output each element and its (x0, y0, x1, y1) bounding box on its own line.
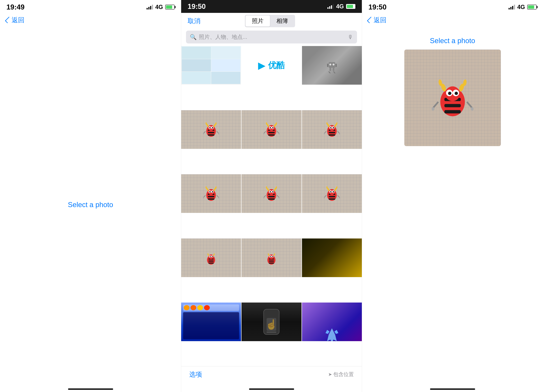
grid-cell-r3c1[interactable] (181, 174, 241, 213)
svg-rect-45 (329, 132, 335, 133)
segment-control[interactable]: 照片 相簿 (245, 15, 295, 27)
left-main-content: Select a photo (0, 27, 181, 382)
bee-r2c3 (302, 110, 362, 149)
svg-rect-6 (333, 68, 334, 71)
cancel-button[interactable]: 取消 (188, 17, 200, 25)
svg-line-7 (329, 71, 330, 73)
network-left: 4G (155, 4, 163, 11)
grid-cell-r2c2[interactable] (242, 110, 301, 149)
battery-left (165, 5, 175, 10)
bee-r3c3 (302, 174, 362, 213)
location-label: ➤ 包含位置 (328, 371, 354, 378)
game-icon-1 (184, 305, 190, 310)
back-label-left: 返回 (11, 16, 24, 24)
panel-center: 19:50 4G 取消 照片 相簿 (181, 0, 362, 392)
phone-home (267, 332, 276, 333)
svg-rect-46 (329, 134, 335, 136)
svg-line-57 (338, 131, 340, 134)
grid-cell-r2c1[interactable] (181, 110, 241, 149)
svg-point-130 (272, 256, 273, 257)
svg-point-140 (448, 92, 451, 95)
svg-line-90 (264, 195, 266, 198)
options-button[interactable]: 选项 (189, 370, 202, 379)
preview-bee-wrap (404, 50, 501, 146)
grid-cell-r3c2[interactable] (242, 174, 301, 213)
search-bar[interactable]: 🔍 照片、人物、地点... 🎙 (186, 31, 357, 43)
game-photo (181, 302, 241, 341)
preview-plaid-bg (404, 50, 501, 146)
time-left: 19:49 (6, 3, 25, 11)
grid-cell-r1c3[interactable] (302, 46, 362, 85)
svg-rect-114 (209, 262, 214, 263)
preview-image[interactable] (404, 50, 501, 146)
svg-point-101 (330, 191, 331, 193)
bee-r4c1 (181, 239, 241, 277)
signal-bar-c4 (333, 4, 334, 9)
grid-cell-r4c3[interactable] (302, 239, 362, 277)
grid-cell-r2c3[interactable] (302, 110, 362, 149)
signal-bar-r1 (509, 8, 510, 10)
svg-line-56 (324, 131, 326, 134)
signal-bars-center (328, 4, 334, 9)
battery-center (346, 4, 355, 9)
seg-photos[interactable]: 照片 (245, 16, 270, 27)
svg-rect-28 (268, 132, 275, 133)
svg-point-68 (212, 191, 213, 193)
signal-bar-r3 (512, 6, 513, 10)
svg-point-132 (273, 253, 275, 256)
select-photo-left[interactable]: Select a photo (68, 201, 113, 209)
battery-fill-center (347, 5, 353, 8)
grid-cell-r1c1[interactable] (181, 46, 241, 85)
time-right: 19:50 (368, 3, 387, 11)
status-bar-left: 19:49 4G (0, 0, 181, 13)
back-button-left[interactable]: 返回 (6, 16, 24, 24)
back-button-right[interactable]: 返回 (368, 16, 386, 24)
svg-rect-80 (268, 199, 275, 200)
grid-cell-r1c2[interactable]: ▶ 优酷 (242, 46, 301, 85)
robot-icon (325, 57, 338, 73)
select-photo-right[interactable]: Select a photo (430, 37, 475, 45)
svg-line-40 (277, 131, 279, 134)
panel-right: 19:50 4G 返回 Select a photo (362, 0, 543, 392)
svg-rect-97 (329, 199, 335, 200)
bee-svg-r4c1 (204, 250, 218, 266)
home-indicator-left (0, 382, 181, 392)
svg-rect-11 (208, 132, 214, 133)
preview-bee-svg (432, 75, 474, 120)
bee-r3c1 (181, 174, 241, 213)
svg-point-120 (207, 253, 209, 256)
game-icon-2 (191, 305, 196, 310)
signal-bar-r2 (510, 7, 511, 10)
picker-header: 取消 照片 相簿 (181, 13, 362, 29)
svg-point-34 (272, 127, 273, 128)
svg-rect-124 (269, 261, 274, 261)
seg-albums[interactable]: 相簿 (270, 16, 294, 27)
grid-cell-r5c1[interactable] (181, 302, 241, 341)
svg-point-118 (210, 256, 211, 257)
grid-cell-r4c1[interactable] (181, 239, 241, 277)
svg-rect-135 (444, 104, 461, 107)
back-chevron-icon-left (5, 17, 11, 23)
mic-icon[interactable]: 🎙 (348, 34, 353, 40)
svg-point-33 (270, 127, 271, 128)
mech-icon (322, 325, 342, 341)
youku-play-icon: ▶ (258, 60, 266, 71)
time-center: 19:50 (188, 2, 206, 11)
grid-cell-r4c2[interactable] (242, 239, 301, 277)
panel-left: 19:49 4G 返回 Select a photo (0, 0, 181, 392)
robot-photo (302, 46, 362, 85)
svg-line-108 (338, 195, 340, 198)
svg-line-8 (334, 71, 335, 73)
grid-cell-r5c3[interactable] (302, 302, 362, 341)
status-bar-center: 19:50 4G (181, 0, 362, 13)
svg-point-102 (333, 191, 334, 193)
signal-bar-3 (150, 6, 151, 10)
signal-bar-1 (147, 8, 148, 10)
search-placeholder: 照片、人物、地点... (199, 33, 345, 41)
search-icon: 🔍 (190, 34, 197, 40)
grid-cell-r3c3[interactable] (302, 174, 362, 213)
network-center: 4G (336, 3, 344, 10)
signal-bar-r4 (514, 5, 515, 10)
svg-line-91 (277, 195, 279, 198)
grid-cell-r5c2[interactable]: ☝ (242, 302, 301, 341)
